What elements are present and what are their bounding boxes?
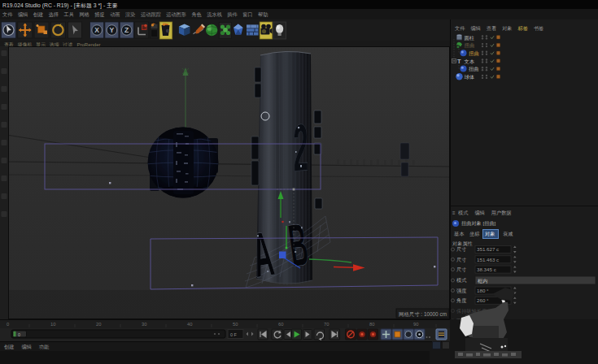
svg-text:351.627 c: 351.627 c xyxy=(477,246,499,252)
svg-text:Y: Y xyxy=(110,26,115,34)
svg-text:扭曲: 扭曲 xyxy=(469,66,478,72)
svg-text:T: T xyxy=(457,58,461,65)
svg-text:10: 10 xyxy=(50,322,55,327)
svg-text:0 F: 0 F xyxy=(230,332,238,337)
svg-text:网格尺寸 : 10000 cm: 网格尺寸 : 10000 cm xyxy=(399,311,447,318)
svg-text:Z: Z xyxy=(124,26,129,34)
svg-text:0: 0 xyxy=(7,322,9,327)
svg-text:扭曲: 扭曲 xyxy=(469,50,479,57)
svg-text:90: 90 xyxy=(413,322,418,327)
svg-text:0: 0 xyxy=(18,332,20,337)
svg-text:尺寸: 尺寸 xyxy=(456,257,466,262)
svg-text:20: 20 xyxy=(96,322,101,327)
svg-text:文本: 文本 xyxy=(465,58,475,64)
svg-text:球体: 球体 xyxy=(465,74,475,80)
svg-text:扭曲: 扭曲 xyxy=(465,42,475,49)
svg-text:60: 60 xyxy=(278,322,283,327)
svg-text:80: 80 xyxy=(369,322,374,327)
svg-text:30: 30 xyxy=(142,322,146,327)
svg-text:圆柱: 圆柱 xyxy=(465,35,475,41)
svg-text:70: 70 xyxy=(324,322,329,327)
svg-text:尺寸: 尺寸 xyxy=(456,246,466,252)
svg-text:151.463 c: 151.463 c xyxy=(477,257,499,262)
svg-text:X: X xyxy=(94,26,99,34)
svg-text:40: 40 xyxy=(187,322,192,327)
svg-text:50: 50 xyxy=(233,322,238,327)
svg-text:2: 2 xyxy=(293,109,309,184)
